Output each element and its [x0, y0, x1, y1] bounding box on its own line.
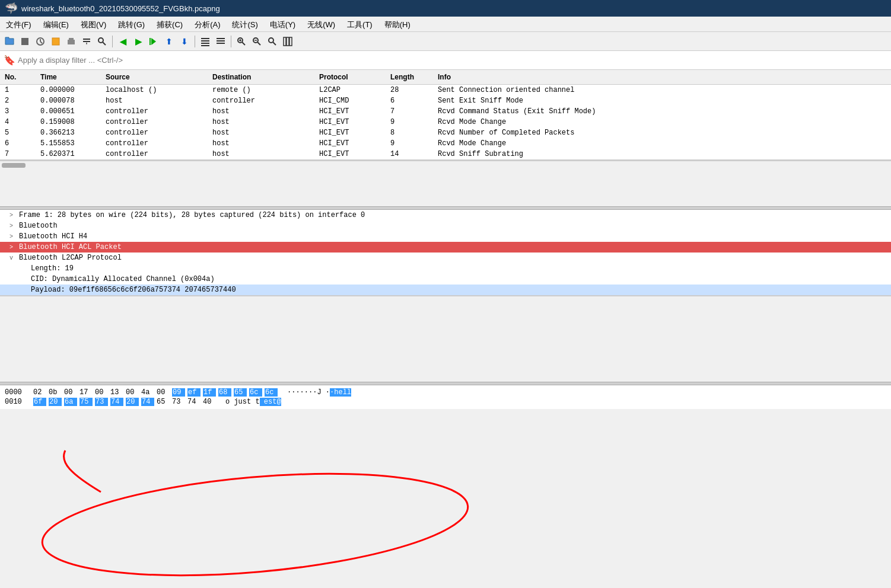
toolbar-up[interactable]: ⬆ [162, 34, 176, 49]
hex-byte[interactable]: 02 [33, 388, 46, 397]
packet-detail: > Frame 1: 28 bytes on wire (224 bits), … [0, 210, 891, 296]
detail-row[interactable]: > Frame 1: 28 bytes on wire (224 bits), … [0, 210, 891, 220]
hex-byte[interactable]: 75 [79, 398, 93, 406]
cell-dest: host [208, 107, 314, 116]
menu-stats[interactable]: 统计(S) [226, 18, 263, 30]
detail-text: Frame 1: 28 bytes on wire (224 bits), 28… [19, 211, 365, 219]
hex-byte[interactable]: 1f [203, 388, 216, 397]
detail-row[interactable]: v Bluetooth L2CAP Protocol [0, 253, 891, 263]
cell-dest: host [208, 139, 314, 148]
packet-row[interactable]: 7 5.620371 controller host HCI_EVT 14 Rc… [0, 149, 891, 159]
menu-file[interactable]: 文件(F) [0, 18, 37, 30]
packet-row[interactable]: 2 0.000078 host controller HCI_CMD 6 Sen… [0, 95, 891, 106]
hex-byte[interactable]: 00 [95, 388, 108, 397]
menu-view[interactable]: 视图(V) [75, 18, 112, 30]
menu-analyze[interactable]: 分析(A) [189, 18, 226, 30]
toolbar-autoscroll[interactable] [79, 34, 94, 49]
hex-byte[interactable]: 20 [126, 398, 139, 406]
detail-text: Bluetooth L2CAP Protocol [19, 254, 122, 262]
menu-capture[interactable]: 捕获(C) [151, 18, 189, 30]
svg-rect-1 [21, 38, 28, 45]
toolbar-zoom-out[interactable] [250, 34, 264, 49]
expand-icon: > [9, 234, 17, 240]
col-header-length: Length [386, 72, 433, 82]
toolbar-jump[interactable] [147, 34, 161, 49]
hex-byte[interactable]: 73 [172, 398, 185, 406]
toolbar-stop[interactable] [18, 34, 32, 49]
hex-offset: 0010 [5, 398, 28, 406]
toolbar-back[interactable]: ◀ [116, 34, 130, 49]
hex-byte[interactable]: 00 [126, 388, 139, 397]
menu-phone[interactable]: 电话(Y) [264, 18, 301, 30]
toolbar-resize-col[interactable] [281, 34, 295, 49]
cell-info: Rcvd Sniff Subrating [433, 149, 891, 159]
menu-tools[interactable]: 工具(T) [341, 18, 378, 30]
detail-row[interactable]: > Bluetooth HCI ACL Packet [0, 242, 891, 253]
detail-row[interactable]: Payload: 09ef1f68656c6c6f206a757374 2074… [0, 285, 891, 295]
hex-byte[interactable]: 17 [79, 388, 93, 397]
hex-byte[interactable]: 65 [157, 398, 170, 406]
hex-byte[interactable]: 68 [218, 388, 231, 397]
hex-byte[interactable]: 4a [141, 388, 154, 397]
hex-byte[interactable]: 74 [141, 398, 154, 406]
detail-row[interactable]: > Bluetooth HCI H4 [0, 231, 891, 242]
toolbar-reload[interactable] [49, 34, 63, 49]
toolbar-zoom-reset[interactable] [265, 34, 279, 49]
detail-row[interactable]: > Bluetooth [0, 220, 891, 231]
detail-row[interactable]: Length: 19 [0, 263, 891, 274]
cell-dest: remote () [208, 85, 314, 95]
col-header-time: Time [36, 72, 101, 82]
toolbar-capture-options[interactable] [33, 34, 47, 49]
hex-byte[interactable]: 6c [249, 388, 262, 397]
packet-list-header: No. Time Source Destination Protocol Len… [0, 70, 891, 85]
toolbar-close[interactable] [64, 34, 78, 49]
hex-byte[interactable]: 0b [49, 388, 62, 397]
cell-no: 7 [0, 149, 36, 159]
menu-edit[interactable]: 编辑(E) [37, 18, 75, 30]
packet-row[interactable]: 4 0.159008 controller host HCI_EVT 9 Rcv… [0, 117, 891, 127]
packet-row[interactable]: 3 0.000651 controller host HCI_EVT 7 Rcv… [0, 106, 891, 117]
hex-byte[interactable]: 13 [110, 388, 123, 397]
detail-row[interactable]: CID: Dynamically Allocated Channel (0x00… [0, 274, 891, 285]
hex-byte[interactable]: 6c [265, 388, 278, 397]
hex-byte[interactable]: 20 [49, 398, 62, 406]
cell-source: controller [101, 128, 208, 138]
hex-byte[interactable]: 00 [157, 388, 170, 397]
packet-list: 1 0.000000 localhost () remote () L2CAP … [0, 85, 891, 161]
menu-goto[interactable]: 跳转(G) [112, 18, 151, 30]
cell-protocol: HCI_EVT [314, 149, 386, 159]
hex-row: 0010 6f206a757374207465737440 o just t e… [5, 397, 886, 407]
toolbar-open[interactable] [2, 34, 17, 49]
menu-wireless[interactable]: 无线(W) [301, 18, 341, 30]
cell-length: 9 [386, 139, 433, 148]
hex-byte[interactable]: 74 [110, 398, 123, 406]
hex-byte[interactable]: 74 [187, 398, 201, 406]
hex-ascii-char [260, 398, 264, 406]
hex-byte[interactable]: 09 [172, 388, 185, 397]
menu-help[interactable]: 帮助(H) [378, 18, 416, 30]
toolbar-find[interactable] [95, 34, 109, 49]
detail-text: CID: Dynamically Allocated Channel (0x00… [31, 275, 215, 283]
hex-byte[interactable]: 6a [64, 398, 77, 406]
cell-protocol: L2CAP [314, 85, 386, 95]
col-header-dest: Destination [208, 72, 314, 82]
packet-row[interactable]: 1 0.000000 localhost () remote () L2CAP … [0, 85, 891, 95]
toolbar-col1[interactable] [198, 34, 212, 49]
packet-row[interactable]: 5 0.366213 controller host HCI_EVT 8 Rcv… [0, 127, 891, 138]
hex-byte[interactable]: ef [187, 388, 201, 397]
hex-byte[interactable]: 65 [234, 388, 247, 397]
packet-row[interactable]: 6 5.155853 controller host HCI_EVT 9 Rcv… [0, 138, 891, 149]
toolbar-zoom-in[interactable] [234, 34, 249, 49]
hex-byte[interactable]: 73 [95, 398, 108, 406]
hex-byte[interactable]: 00 [64, 388, 77, 397]
hex-byte[interactable]: 6f [33, 398, 46, 406]
svg-rect-17 [201, 43, 209, 44]
packet-list-scrollbar[interactable] [0, 161, 891, 169]
hex-byte[interactable]: 40 [203, 398, 216, 406]
toolbar-forward[interactable]: ▶ [131, 34, 145, 49]
filter-input[interactable] [18, 56, 887, 65]
toolbar-col2[interactable] [214, 34, 228, 49]
hex-ascii-char: · [326, 388, 330, 397]
cell-source: localhost () [101, 85, 208, 95]
toolbar-down[interactable]: ⬇ [177, 34, 192, 49]
